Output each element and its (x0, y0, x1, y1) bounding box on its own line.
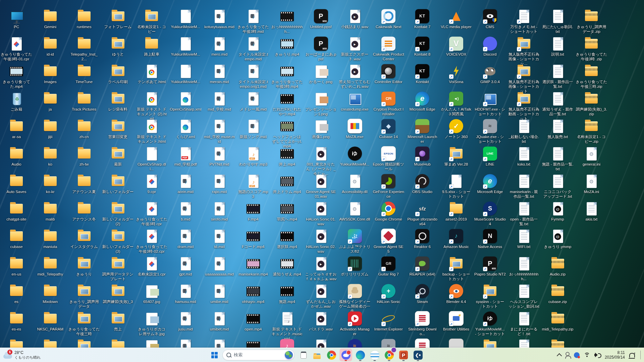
desktop-icon[interactable]: e↗Microsoft Edge (407, 91, 438, 112)
desktop-icon[interactable]: ↗Activation Manager (339, 311, 371, 336)
desktop-icon[interactable]: ↗孤独なインディーゲーム開発者の一生 ... (339, 284, 371, 313)
desktop-icon[interactable]: ksks.txt (508, 146, 540, 167)
desktop-icon[interactable]: ↗MuseHub (407, 146, 438, 167)
desktop-icon[interactable]: CPI↗Crypton Product Installer (373, 91, 404, 116)
desktop-icon[interactable]: Audio.zip (542, 256, 574, 277)
desktop-icon[interactable]: ⚙Accessibility.dll (339, 174, 371, 194)
desktop-icon[interactable]: きゅうり食ってた午後3時-01.cpr (1, 36, 32, 61)
desktop-icon[interactable]: Auto Saves (1, 174, 32, 194)
desktop-icon[interactable]: 井上ドラム.mp4 (271, 174, 303, 194)
desktop-icon[interactable]: ↗Cakewalk Product Center (373, 36, 404, 61)
desktop-icon[interactable]: レジ袋有料 (102, 91, 134, 112)
desktop-icon[interactable]: インスタグラム (68, 229, 100, 249)
desktop-icon[interactable]: ▶HALion Sonic 02.wav (305, 229, 337, 254)
desktop-icon[interactable]: EPSON↗Epson 接続診断ツール (373, 146, 404, 171)
desktop-icon[interactable]: 新しいフォルダー (102, 174, 134, 194)
desktop-icon[interactable]: ♪b.mid (170, 201, 201, 222)
desktop-icon[interactable]: ↗Steam (407, 284, 438, 304)
desktop-icon[interactable]: アナウンス夏 (68, 174, 100, 194)
desktop-icon[interactable]: きゅうりボカコレ用サムネ.jpg (136, 311, 167, 336)
desktop-icon[interactable]: ♪タイトル未設定.tempo.orig1.mid (237, 64, 269, 89)
desktop-icon[interactable]: V↗VOICEVOX (440, 36, 472, 57)
desktop-icon[interactable]: ↗GIMP 3.0.4 (474, 64, 506, 84)
desktop-icon[interactable]: 調声練習(失敗)_3.zip (576, 91, 607, 116)
desktop-icon[interactable]: ♪hamusu.mid (170, 284, 201, 304)
desktop-icon[interactable]: ♪dram.mid (170, 229, 201, 249)
desktop-icon[interactable]: Fコード.mp4 (237, 229, 269, 249)
search-input[interactable]: 検索 (222, 350, 294, 360)
desktop-icon[interactable]: KT↗Kontakt 8 (407, 36, 438, 57)
discord-button[interactable] (339, 349, 352, 361)
desktop-icon[interactable]: OpenCvSharp.xml (170, 91, 201, 112)
desktop-icon[interactable]: 名称未設定1.cpr (136, 256, 167, 277)
desktop-icon[interactable]: 名称未設定1 - コピー.zip (576, 119, 607, 144)
desktop-icon[interactable]: ↗ (474, 339, 506, 348)
desktop-icon[interactable]: プレゼンテーション1.png (305, 91, 337, 116)
desktop-icon[interactable]: ↗9.5.xlsx - ショートカット (440, 174, 472, 199)
notification-app-icon[interactable] (574, 352, 580, 358)
desktop-icon[interactable]: 画像1.png (305, 119, 337, 139)
desktop-icon[interactable]: ohhayo-.mp4 (237, 284, 269, 304)
desktop-icon[interactable]: PDFmid_学校.pdf (170, 146, 201, 167)
desktop-icon[interactable]: 羽尻へ.mp4 (271, 201, 303, 222)
desktop-icon[interactable]: ⚙AWSSDK.Core.dll (339, 201, 371, 222)
desktop-icon[interactable]: ↗VLC media player (440, 9, 472, 29)
desktop-icon[interactable]: ◆↗Cubase 14 (373, 119, 404, 139)
desktop-icon[interactable]: きゅうり食ってた午後3時-02.cpr (136, 229, 167, 254)
task-view-button[interactable] (296, 349, 309, 361)
desktop-icon[interactable]: ↗Controller Editor (373, 64, 404, 84)
desktop-icon[interactable]: きゅうり_調声用データ.zip (576, 9, 607, 34)
desktop-icon[interactable]: ↗CMS (474, 9, 506, 29)
desktop-icon[interactable]: ↗ (407, 339, 438, 348)
desktop-icon[interactable]: e↗Microsoft Edge (474, 174, 506, 194)
accessibility-icon[interactable] (566, 352, 570, 356)
desktop-icon[interactable]: 新しいフォルダー (3) (102, 229, 134, 254)
desktop-icon[interactable]: テンポあて.html (136, 64, 167, 84)
desktop-icon[interactable]: PNT2おーばーまにあ.ppsf (305, 36, 337, 61)
desktop-icon[interactable]: YukkuriMovieM... (170, 36, 201, 57)
desktop-icon[interactable]: ♪メドレー風.mid (237, 91, 269, 112)
desktop-icon[interactable]: 名称未設定1 - コピー (136, 9, 167, 34)
desktop-icon[interactable]: LINE↗LINE (474, 146, 506, 167)
desktop-icon[interactable]: es-es (1, 311, 32, 331)
desktop-icon[interactable]: 説明.txt (542, 36, 574, 57)
chrome-profile-button[interactable] (383, 349, 395, 361)
desktop-icon[interactable]: KT↗Kontakt 7 (407, 9, 438, 29)
desktop-icon[interactable]: 死にたい_ゅ歌詞.txt (542, 9, 574, 34)
desktop-icon[interactable]: 無題.mp4 (271, 284, 303, 304)
volume-icon[interactable] (594, 353, 600, 357)
desktop-icon[interactable]: ▶ずんだもん_しおかぜふ.wav (305, 284, 337, 309)
desktop-icon[interactable]: N↗Native Access (474, 229, 506, 249)
desktop-icon[interactable]: PNT2↗Piapro Studio NT2 (474, 256, 506, 277)
desktop-icon[interactable]: 新規 テキスト ドキュメント.html (136, 119, 167, 144)
desktop-icon[interactable]: Telepathy_Inst_2... (68, 36, 100, 61)
desktop-icon[interactable]: だれだFXいれたやつ.mp4 (271, 91, 303, 116)
desktop-icon[interactable]: 営業日変更 (102, 119, 134, 139)
desktop-icon[interactable]: フォトフレーム (102, 9, 134, 29)
desktop-icon[interactable]: ♪mid_学校 muse.mid (204, 119, 235, 144)
desktop-icon[interactable]: open - 親作品一覧.txt (508, 201, 540, 226)
app-sphere-button[interactable] (368, 349, 381, 361)
desktop-icon[interactable]: createdump.exe (339, 91, 371, 112)
desktop-icon[interactable]: ↗syasinn - ショートカット (474, 284, 506, 309)
desktop-icon[interactable]: ♪新規ソング.mid (237, 119, 269, 139)
desktop-icon[interactable]: 通知うぜえ.mp4 (271, 256, 303, 277)
desktop-icon[interactable]: Audio (1, 146, 32, 167)
desktop-icon[interactable]: 調声用データテンプレート (102, 256, 134, 281)
desktop-icon[interactable] (136, 339, 167, 348)
desktop-icon[interactable]: sfz↗Plogue sforzando x64 (407, 201, 438, 226)
desktop-icon[interactable]: ヘッドフォンはずしててよかっt.mp4 (271, 119, 303, 148)
desktop-icon[interactable]: es (1, 284, 32, 304)
desktop-icon[interactable]: S↗MuseScore Studio 4 (474, 201, 506, 226)
desktop-icon[interactable]: ぷ↗ぷよぷよ™テトリス®2 (339, 229, 371, 254)
desktop-icon[interactable]: ♪MP3わかりやす.mp3 (237, 146, 269, 167)
desktop-icon[interactable]: MoZA.exe (339, 119, 371, 139)
tray-chevron-icon[interactable] (557, 353, 562, 358)
desktop-icon[interactable]: ♪↗Amazon Music (440, 229, 472, 249)
desktop-icon[interactable]: ♪aorin.mid (170, 174, 201, 194)
desktop-icon[interactable]: ゆ↗YukkuriMovieM... - ショートカット (474, 311, 506, 336)
desktop-icon[interactable]: 選択肢.mp4 (271, 229, 303, 249)
desktop-icon[interactable]: ♪ (170, 339, 201, 348)
desktop-icon[interactable]: ♪MP3無題のスコア.mp3 (237, 174, 269, 199)
desktop-icon[interactable]: ▶ (305, 339, 337, 348)
